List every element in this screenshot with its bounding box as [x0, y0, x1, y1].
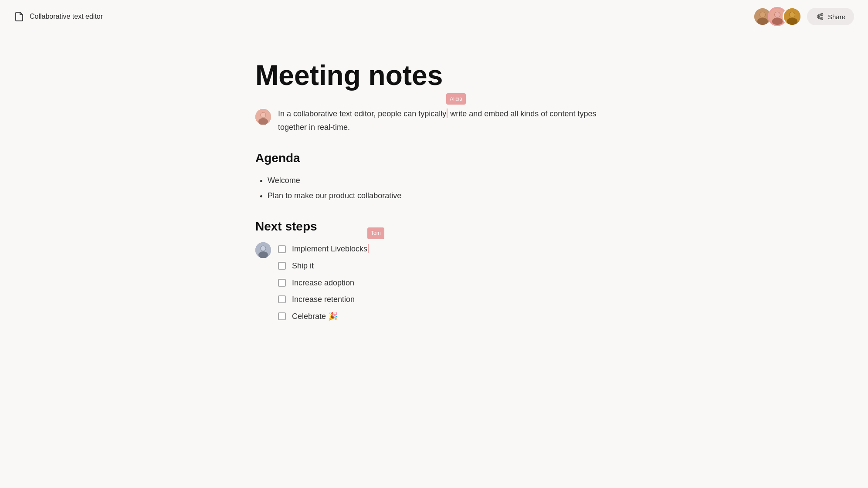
alicia-cursor-caret [447, 108, 448, 118]
tom-avatar [255, 242, 271, 258]
checklist-item-1-text: Implement LiveblocksTom [292, 242, 369, 256]
checklist-item-5-text: Celebrate 🎉 [292, 310, 338, 323]
checklist-item-2: Ship it [278, 259, 613, 273]
svg-point-11 [790, 12, 795, 17]
main-content: Meeting notes In a collaborative text ed… [238, 59, 630, 326]
share-button[interactable]: Share [807, 8, 854, 25]
checklist-item-2-text: Ship it [292, 259, 314, 273]
intro-paragraph: In a collaborative text editor, people c… [278, 107, 613, 134]
share-icon [816, 12, 824, 21]
tom-cursor-caret [368, 244, 369, 254]
checklist-item-4: Increase retention [278, 293, 613, 306]
checklist-item-3: Increase adoption [278, 276, 613, 290]
svg-point-3 [760, 12, 765, 17]
svg-point-27 [261, 113, 266, 118]
checklist: Implement LiveblocksTom Ship it Increase… [278, 242, 613, 326]
svg-point-6 [772, 18, 783, 25]
agenda-heading: Agenda [255, 151, 613, 165]
svg-point-7 [775, 12, 780, 17]
tom-cursor-label: Tom [367, 227, 384, 239]
checklist-item-3-text: Increase adoption [292, 276, 354, 290]
svg-point-2 [757, 18, 768, 25]
agenda-item-1: Welcome [268, 174, 613, 187]
alicia-cursor-label: Alicia [446, 93, 466, 105]
intro-text-before: In a collaborative text editor, people c… [278, 109, 446, 118]
agenda-item-2: Plan to make our product collaborative [268, 189, 613, 203]
next-steps-heading: Next steps [255, 220, 613, 234]
tom-cursor: Tom [367, 242, 369, 256]
collaborators-avatars [753, 7, 802, 26]
svg-point-31 [261, 246, 266, 251]
agenda-list: Welcome Plan to make our product collabo… [255, 174, 613, 202]
checkbox-4[interactable] [278, 295, 286, 303]
checkbox-3[interactable] [278, 279, 286, 287]
share-label: Share [828, 13, 845, 20]
author-avatar [255, 109, 271, 125]
checklist-area: Implement LiveblocksTom Ship it Increase… [255, 242, 613, 326]
checklist-item-1: Implement LiveblocksTom [278, 242, 613, 256]
alicia-cursor: Alicia [446, 107, 448, 121]
header-left: Collaborative text editor [14, 11, 103, 22]
header: Collaborative text editor [0, 0, 868, 33]
header-right: Share [753, 7, 854, 26]
checkbox-1[interactable] [278, 245, 286, 253]
checkbox-5[interactable] [278, 312, 286, 320]
document-icon [14, 11, 24, 22]
avatar-tom [783, 7, 802, 26]
intro-section: In a collaborative text editor, people c… [255, 107, 613, 134]
checklist-item-5: Celebrate 🎉 [278, 310, 613, 323]
agenda-section: Agenda Welcome Plan to make our product … [255, 151, 613, 202]
checklist-item-4-text: Increase retention [292, 293, 355, 306]
svg-point-10 [787, 18, 797, 25]
next-steps-section: Next steps Implement LiveblocksTom [255, 220, 613, 326]
page-title[interactable]: Meeting notes [255, 59, 613, 92]
checkbox-2[interactable] [278, 262, 286, 270]
app-title: Collaborative text editor [30, 13, 103, 20]
